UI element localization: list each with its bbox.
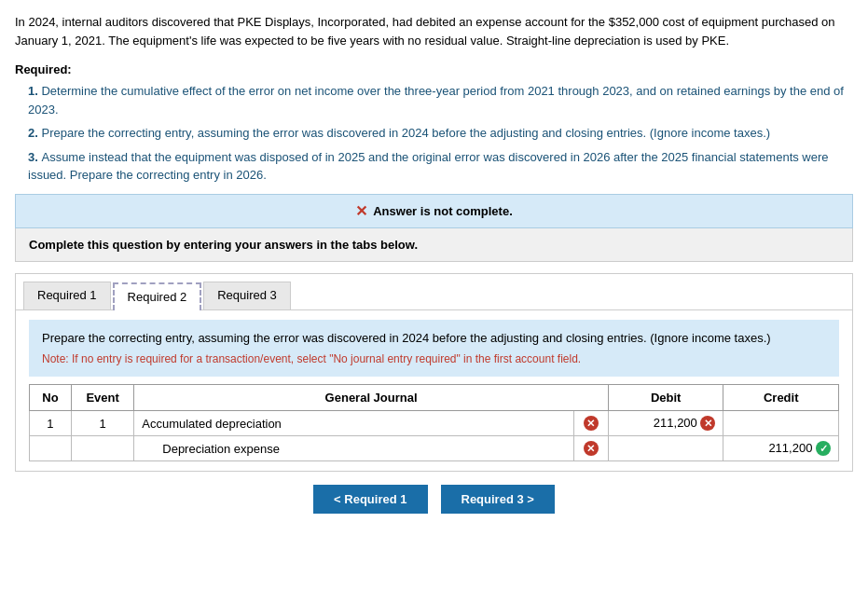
- tab-required-3[interactable]: Required 3: [203, 282, 291, 309]
- col-no: No: [30, 385, 72, 411]
- table-row: Depreciation expense ✕ 211,200 ✓: [30, 436, 839, 461]
- tabs-container: Required 1 Required 2 Required 3 Prepare…: [15, 273, 853, 473]
- table-row: 1 1 Accumulated depreciation ✕ 211,200 ✕: [30, 411, 839, 436]
- row2-event: [71, 436, 133, 461]
- row1-debit: 211,200 ✕: [608, 411, 723, 436]
- required-heading: Required:: [15, 62, 853, 76]
- col-credit: Credit: [723, 385, 839, 411]
- journal-table: No Event General Journal Debit Credit 1 …: [29, 384, 839, 461]
- row2-no: [30, 436, 72, 461]
- required-item-1: 1. Determine the cumulative effect of th…: [24, 82, 853, 118]
- col-debit: Debit: [608, 385, 723, 411]
- tab-content: Prepare the correcting entry, assuming t…: [16, 310, 852, 472]
- row1-desc-icon[interactable]: ✕: [573, 411, 608, 436]
- row1-credit: [723, 411, 839, 436]
- intro-paragraph: In 2024, internal auditors discovered th…: [15, 13, 853, 49]
- row1-debit-x-icon[interactable]: ✕: [700, 416, 715, 431]
- col-event: Event: [71, 385, 133, 411]
- instruction-note: Note: If no entry is required for a tran…: [42, 350, 826, 367]
- tabs-header: Required 1 Required 2 Required 3: [16, 274, 852, 310]
- required-item-3: 3. Assume instead that the equipment was…: [24, 148, 853, 185]
- row1-no: 1: [30, 411, 72, 436]
- row2-credit: 211,200 ✓: [723, 436, 839, 461]
- answer-banner: ✕ Answer is not complete.: [15, 194, 853, 228]
- row2-desc-icon[interactable]: ✕: [573, 436, 608, 461]
- nav-buttons: < Required 1 Required 3 >: [15, 472, 853, 521]
- answer-x-icon: ✕: [355, 202, 367, 220]
- required-list: 1. Determine the cumulative effect of th…: [15, 82, 853, 185]
- instruction-box: Prepare the correcting entry, assuming t…: [29, 320, 839, 378]
- row2-desc: Depreciation expense: [134, 436, 574, 461]
- row2-check-icon: ✓: [816, 441, 831, 456]
- row2-x-icon[interactable]: ✕: [584, 441, 599, 456]
- req-text-1: Determine the cumulative effect of the e…: [28, 84, 844, 117]
- tab-required-1[interactable]: Required 1: [23, 282, 111, 309]
- tab-required-2[interactable]: Required 2: [113, 282, 202, 310]
- row1-x-icon[interactable]: ✕: [584, 416, 599, 431]
- req-num-3: 3.: [28, 150, 41, 164]
- row1-event: 1: [71, 411, 133, 436]
- required-item-2: 2. Prepare the correcting entry, assumin…: [24, 124, 853, 143]
- req-text-3: Assume instead that the equipment was di…: [28, 150, 829, 183]
- instruction-text: Prepare the correcting entry, assuming t…: [42, 329, 826, 348]
- row1-desc: Accumulated depreciation: [134, 411, 574, 436]
- req-num-2: 2.: [28, 126, 41, 140]
- req-num-1: 1.: [28, 84, 41, 98]
- req-text-2: Prepare the correcting entry, assuming t…: [41, 126, 770, 140]
- row2-debit: [608, 436, 723, 461]
- next-button[interactable]: Required 3 >: [441, 485, 555, 514]
- col-general-journal: General Journal: [134, 385, 609, 411]
- prev-button[interactable]: < Required 1: [313, 485, 427, 514]
- complete-banner: Complete this question by entering your …: [15, 228, 853, 262]
- answer-banner-text: Answer is not complete.: [373, 204, 513, 218]
